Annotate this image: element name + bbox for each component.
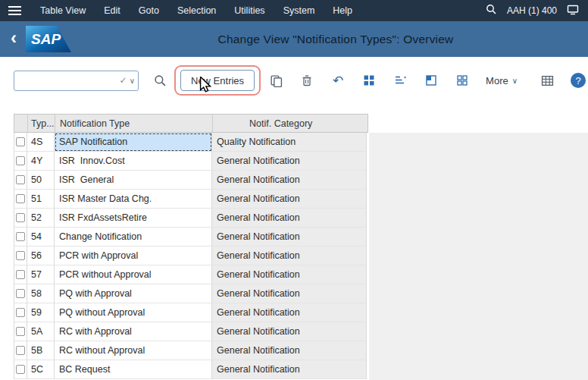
table-row: 52ISR FxdAssetsRetireGeneral Notificatio… [14,209,368,228]
header-typ[interactable]: Typ... [28,115,55,132]
grid-view-icon[interactable] [537,71,557,90]
table-row: 57PCR without ApprovalGeneral Notificati… [14,265,368,284]
row-select-checkbox[interactable] [16,346,25,355]
row-type-code[interactable]: 4Y [27,152,55,171]
table-right-empty-area [369,133,588,380]
row-notification-type[interactable]: SAP Notification [55,133,212,152]
sort-ascending-icon[interactable] [390,71,410,90]
command-dropdown-icon[interactable]: ∨ [130,77,135,85]
back-button[interactable]: ‹ [11,29,17,47]
row-select-checkbox[interactable] [16,308,25,317]
table-row: 5ARC with ApprovalGeneral Notification [14,322,368,341]
row-type-code[interactable]: 56 [27,247,55,265]
more-menu[interactable]: More ∨ [486,75,518,86]
row-select-cell [14,171,27,190]
menubar: Table ViewEditGotoSelectionUtilitiesSyst… [0,0,588,21]
row-notif-category: General Notification [212,209,367,228]
menu-item-selection[interactable]: Selection [168,5,225,16]
row-type-code[interactable]: 58 [27,284,55,303]
row-type-code[interactable]: 5A [27,322,55,341]
row-select-checkbox[interactable] [16,175,25,184]
menu-item-table-view[interactable]: Table View [31,5,95,16]
select-block-icon[interactable] [421,71,441,90]
row-notif-category: General Notification [212,341,367,360]
delete-icon[interactable] [297,71,317,90]
command-input[interactable] [19,75,120,86]
titlebar: ‹ SAP Change View "Notification Types": … [0,21,588,57]
row-select-cell [14,341,27,360]
row-type-code[interactable]: 51 [27,190,55,209]
menu-item-help[interactable]: Help [324,5,361,16]
copy-entries-icon[interactable] [266,71,286,90]
row-notif-category: General Notification [212,171,367,190]
row-notif-category: Quality Notification [212,133,367,152]
menu-item-edit[interactable]: Edit [95,5,130,16]
row-notification-type[interactable]: Change Notification [55,228,212,247]
row-select-cell [14,190,27,209]
row-select-cell [14,209,27,228]
hamburger-menu-icon[interactable] [8,6,21,15]
more-label: More [486,75,508,86]
table-row: 59PQ without ApprovalGeneral Notificatio… [14,303,368,322]
table-row: 51ISR Master Data Chg.General Notificati… [14,190,368,209]
row-select-checkbox[interactable] [16,289,25,298]
row-select-checkbox[interactable] [16,327,25,336]
row-notification-type[interactable]: ISR FxdAssetsRetire [55,209,212,228]
undo-icon[interactable]: ↶ [328,71,348,90]
menu-item-goto[interactable]: Goto [130,5,168,16]
row-type-code[interactable]: 50 [27,171,55,190]
row-select-checkbox[interactable] [16,194,25,203]
menu-item-system[interactable]: System [274,5,324,16]
svg-text:?: ? [575,75,580,86]
row-type-code[interactable]: 57 [27,265,55,284]
row-notification-type[interactable]: ISR Innov.Cost [55,152,212,171]
row-type-code[interactable]: 52 [27,209,55,228]
table-row: 5BRC without ApprovalGeneral Notificatio… [14,341,368,360]
header-select-column[interactable] [14,115,28,132]
deselect-all-icon[interactable] [452,71,472,90]
row-notification-type[interactable]: RC with Approval [55,322,212,341]
table-row: 4SSAP NotificationQuality Notification [14,133,368,152]
row-type-code[interactable]: 54 [27,228,55,247]
row-notif-category: General Notification [212,284,367,303]
row-notif-category: General Notification [212,265,367,284]
row-select-checkbox[interactable] [16,156,25,165]
row-select-checkbox[interactable] [16,270,25,279]
row-notification-type[interactable]: PCR with Approval [55,247,212,265]
new-entries-wrap: New Entries [180,70,255,91]
row-type-code[interactable]: 5B [27,341,55,360]
row-notification-type[interactable]: PQ with Approval [55,284,212,303]
row-notif-category: General Notification [212,360,367,379]
row-notif-category: General Notification [212,247,367,265]
row-type-code[interactable]: 4S [27,133,55,152]
command-check-icon[interactable]: ✓ [120,75,127,86]
new-entries-button[interactable]: New Entries [180,70,255,91]
help-icon[interactable]: ? [568,71,588,90]
chevron-down-icon: ∨ [512,77,518,85]
row-select-checkbox[interactable] [16,213,25,222]
select-all-icon[interactable] [359,71,379,90]
row-type-code[interactable]: 59 [27,303,55,322]
row-notification-type[interactable]: PQ without Approval [55,303,212,322]
header-notif-category[interactable]: Notif. Category [213,115,368,132]
row-notification-type[interactable]: PCR without Approval [55,265,212,284]
session-monitor-icon[interactable] [567,5,579,17]
row-select-checkbox[interactable] [16,232,25,241]
row-select-checkbox[interactable] [16,365,25,374]
table-row: 4YISR Innov.CostGeneral Notification [14,152,368,171]
row-select-checkbox[interactable] [16,251,25,260]
row-select-checkbox[interactable] [16,137,25,146]
table-row: 54Change NotificationGeneral Notificatio… [14,228,368,247]
notification-types-table: Typ... Notification Type Notif. Category… [14,114,368,379]
menu-item-utilities[interactable]: Utilities [225,5,274,16]
search-icon[interactable] [150,71,170,90]
header-notification-type[interactable]: Notification Type [55,115,213,132]
row-type-code[interactable]: 5C [27,360,55,379]
row-notification-type[interactable]: ISR Master Data Chg. [55,190,212,209]
table-row: 56PCR with ApprovalGeneral Notification [14,247,368,265]
row-notification-type[interactable]: RC without Approval [55,341,212,360]
row-select-cell [14,228,27,247]
row-notification-type[interactable]: BC Request [55,360,212,379]
row-notification-type[interactable]: ISR General [55,171,212,190]
search-icon[interactable] [486,4,497,17]
